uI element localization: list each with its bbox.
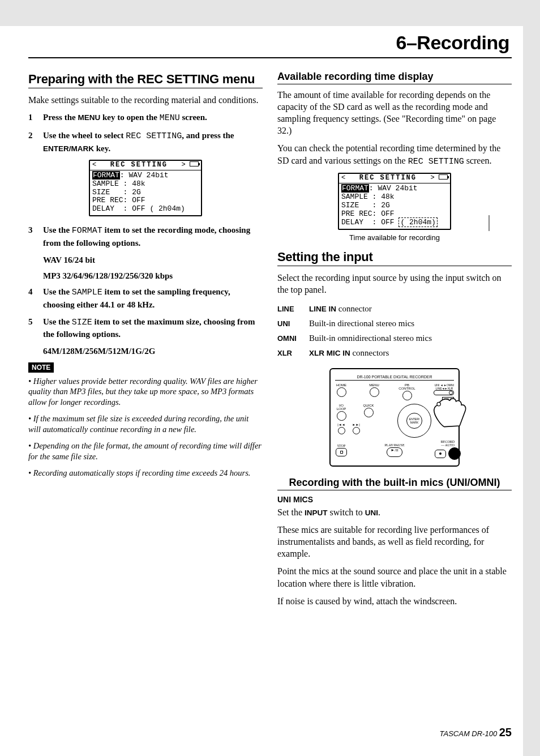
hand-icon xyxy=(428,385,473,430)
uni-p3: Point the mics at the sound source and p… xyxy=(277,565,512,589)
section-setting-input: Setting the input xyxy=(277,250,512,264)
svg-point-1 xyxy=(437,402,440,405)
chapter-rule xyxy=(28,57,512,58)
left-column: Preparing with the REC SETTING menu Make… xyxy=(28,65,263,613)
avail-p1: The amount of time available for recordi… xyxy=(277,89,512,136)
uni-p1: Set the INPUT switch to UNI. xyxy=(277,506,512,518)
screen-caption: Time available for recording xyxy=(277,233,512,242)
input-table: LINELINE IN connector UNIBuilt-in direct… xyxy=(277,301,438,360)
option-sizes: 64M/128M/256M/512M/1G/2G xyxy=(43,345,263,357)
section-rule-2 xyxy=(277,266,512,266)
note-3: • Depending on the file format, the amou… xyxy=(28,441,263,462)
section-rule xyxy=(28,88,263,88)
lcd-screen-2: <REC SETTING> FORMAT: WAV 24bit SAMPLE :… xyxy=(338,173,451,229)
steps-list: Press the MENU key to open the MENU scre… xyxy=(28,112,263,154)
step-4: Use the SAMPLE item to set the sampling … xyxy=(28,286,263,310)
note-4: • Recording automatically stops if recor… xyxy=(28,468,263,479)
step-2: Use the wheel to select REC SETTING, and… xyxy=(28,130,263,154)
step-5: Use the SIZE item to set the maximum siz… xyxy=(28,316,263,340)
note-tag: NOTE xyxy=(28,362,54,373)
device-illustration: DR-100 PORTABLE DIGITAL RECORDER HOME ME… xyxy=(329,368,460,467)
subsection-available: Available recording time display xyxy=(277,71,512,83)
page-footer: TASCAM DR-100 25 xyxy=(440,726,512,739)
option-mp3: MP3 32/64/96/128/192/256/320 kbps xyxy=(43,270,263,281)
input-p: Select the recording input source by usi… xyxy=(277,272,512,296)
step-1: Press the MENU key to open the MENU scre… xyxy=(28,112,263,124)
intro-text: Make settings suitable to the recording … xyxy=(28,94,263,106)
uni-mics-heading: UNI MICS xyxy=(277,495,512,504)
lcd-screen-1: <REC SETTING> FORMAT: WAV 24bit SAMPLE :… xyxy=(89,160,202,216)
section-preparing: Preparing with the REC SETTING menu xyxy=(28,72,263,87)
avail-p2: You can check the potential recording ti… xyxy=(277,142,512,167)
note-1: • Higher values provide better recording… xyxy=(28,376,263,408)
chapter-title: 6–Recording xyxy=(28,32,512,54)
option-wav: WAV 16/24 bit xyxy=(43,254,263,266)
uni-p2: These mics are suitable for recording li… xyxy=(277,524,512,559)
note-2: • If the maximum set file size is exceed… xyxy=(28,413,263,435)
subsection-recording-mics: Recording with the built-in mics (UNI/OM… xyxy=(277,477,512,489)
uni-p4: If noise is caused by wind, attach the w… xyxy=(277,595,512,607)
step-3: Use the FORMAT item to set the recording… xyxy=(28,224,263,249)
right-column: Available recording time display The amo… xyxy=(277,65,512,613)
sub-rule xyxy=(277,84,512,84)
